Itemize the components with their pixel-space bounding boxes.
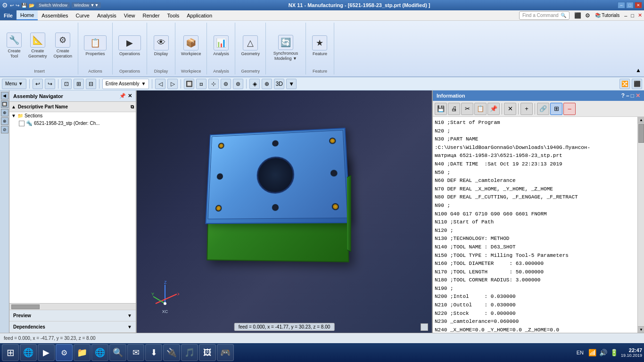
dependencies-section[interactable]: Dependencies ▼ (9, 321, 136, 333)
part-checkbox[interactable] (19, 121, 25, 126)
info-close-btn[interactable]: ✕ (636, 92, 640, 99)
tb-play[interactable]: ▶ (38, 344, 55, 361)
info-copy-btn[interactable]: 📋 (474, 103, 487, 115)
sync-btn[interactable]: 🔄 SynchronousModeling ▼ (269, 33, 303, 63)
menu-tools[interactable]: Tools (164, 10, 183, 20)
tb-search[interactable]: 🔍 (109, 344, 126, 361)
window-dropdown[interactable]: Window ▼▼ (72, 2, 101, 8)
tb-mode1[interactable]: ◈ (249, 79, 260, 89)
tb-mail[interactable]: ✉ (127, 344, 144, 361)
volume-icon[interactable]: 🔊 (599, 349, 607, 356)
search-input[interactable]: Find a Command (522, 13, 559, 18)
hscroll-thumb[interactable] (11, 304, 40, 309)
info-minus-btn[interactable]: – (563, 103, 576, 115)
menu-curve[interactable]: Curve (72, 10, 93, 20)
switch-window-btn[interactable]: Switch Window (36, 2, 70, 8)
tb-torrent[interactable]: ⬇ (145, 344, 162, 361)
hscroll-area[interactable] (9, 303, 136, 310)
restore-btn[interactable]: □ (626, 2, 634, 8)
title-bar-right[interactable]: – □ ✕ (618, 2, 642, 8)
nav-close-btn[interactable]: ✕ (128, 93, 132, 99)
tb-btn3[interactable]: ⊟ (86, 79, 96, 89)
toolbar-help-btn[interactable]: ⬛ (572, 12, 583, 19)
ribbon-collapse-btn[interactable]: ▲ (634, 66, 643, 74)
battery-icon[interactable]: 🔋 (610, 349, 618, 356)
info-add-btn[interactable]: + (520, 103, 533, 115)
tb-view2[interactable]: ⧈ (196, 79, 206, 89)
properties-btn[interactable]: 📋 Properties (81, 33, 109, 58)
tb-view5[interactable]: ⊛ (233, 79, 243, 89)
tutorials-btn[interactable]: 📚 Tutorials (592, 13, 623, 18)
left-icon-5[interactable]: ⊘ (1, 126, 8, 133)
tree-part-file[interactable]: 🔩 6521-1958-23_stp (Order: Ch... (9, 119, 136, 127)
display-btn[interactable]: 👁 Display (151, 33, 172, 58)
start-btn[interactable]: ⊞ (2, 344, 19, 361)
tb-redo[interactable]: ↪ (45, 79, 55, 89)
clock[interactable]: 22:47 19.10.2019 (621, 347, 642, 358)
tb-3d[interactable]: 3D (274, 79, 284, 89)
info-minimize-btn[interactable]: – (626, 92, 629, 99)
close-btn[interactable]: ✕ (635, 2, 642, 8)
menu-assemblies[interactable]: Assemblies (38, 10, 72, 20)
left-icon-2[interactable]: 🔲 (1, 100, 8, 108)
tb-ie[interactable]: 🌐 (20, 344, 37, 361)
menu-toggle-btn[interactable]: Menu ▼ (2, 79, 26, 89)
left-icon-3[interactable]: ⊕ (1, 109, 8, 116)
assembly-filter[interactable]: Entire Assembly ▼ (102, 79, 149, 89)
tb-nav2[interactable]: ▷ (167, 79, 178, 89)
info-save-btn[interactable]: 💾 (435, 103, 447, 115)
tb-photo[interactable]: 🖼 (199, 344, 216, 361)
tb-right1[interactable]: 🔀 (619, 79, 630, 89)
tb-nx[interactable]: ⚙ (56, 344, 73, 361)
col-sort[interactable]: ⧉ (131, 104, 134, 110)
create-operation-btn[interactable]: ⚙ CreateOperation (51, 31, 75, 61)
keyboard-indicator[interactable]: EN (575, 349, 586, 356)
tb-btn2[interactable]: ⊞ (74, 79, 84, 89)
menu-view[interactable]: View (120, 10, 139, 20)
quick-access-save[interactable]: 💾 (21, 3, 27, 8)
viewport-expand-btn[interactable] (421, 323, 428, 331)
tb-nav1[interactable]: ◁ (155, 79, 165, 89)
info-link-btn[interactable]: 🔗 (537, 103, 549, 115)
menu-home[interactable]: Home (17, 10, 38, 20)
left-icon-4[interactable]: ⊗ (1, 117, 8, 125)
info-cut-btn[interactable]: ✂ (461, 103, 473, 115)
operations-btn[interactable]: ▶ Operations (116, 33, 144, 58)
sections-expand[interactable]: ▼ (11, 113, 16, 118)
tb-more[interactable]: ▼ (286, 79, 297, 89)
info-restore-btn[interactable]: □ (631, 92, 634, 99)
tb-chrome[interactable]: 🌐 (91, 344, 108, 361)
tb-view4[interactable]: ⊚ (221, 79, 231, 89)
tb-files[interactable]: 📁 (74, 344, 91, 361)
network-icon[interactable]: 📶 (588, 349, 596, 356)
tb-view1[interactable]: 🔲 (184, 79, 194, 89)
preview-section[interactable]: Preview ▼ (9, 310, 136, 321)
menu-file[interactable]: File (0, 10, 17, 20)
scroll-down-btn[interactable]: ▼ (638, 326, 644, 333)
tb-game[interactable]: 🎮 (217, 344, 234, 361)
tb-btn1[interactable]: ⊡ (61, 79, 72, 89)
tb-mode2[interactable]: ⊕ (262, 79, 272, 89)
left-icon-1[interactable]: ◀ (1, 92, 8, 99)
tb-plugin[interactable]: 🔌 (163, 344, 180, 361)
minimize-btn[interactable]: – (618, 2, 625, 8)
scroll-up-btn[interactable]: ▲ (638, 117, 644, 123)
tb-view3[interactable]: ⊹ (208, 79, 219, 89)
menu-render[interactable]: Render (139, 10, 164, 20)
info-print-btn[interactable]: 🖨 (448, 103, 460, 115)
info-paste-btn[interactable]: 📌 (487, 103, 500, 115)
info-grid-btn[interactable]: ⊞ (550, 103, 562, 115)
quick-access-undo[interactable]: ↩ (10, 3, 14, 8)
feature-btn[interactable]: ★ Feature (309, 33, 330, 58)
tb-music[interactable]: 🎵 (181, 344, 198, 361)
quick-access-open[interactable]: 📂 (29, 3, 34, 8)
analysis-btn[interactable]: 📊 Analysis (210, 33, 232, 58)
menu-application[interactable]: Application (183, 10, 216, 20)
viewport[interactable]: Z X Y XC feed = 0.000, x = -41.77, y = 3… (137, 90, 432, 333)
tree-sections[interactable]: ▼ 📁 Sections (9, 112, 136, 119)
info-scrollbar[interactable]: ▲ ▼ (637, 117, 644, 333)
close-tab-btn[interactable]: – (622, 13, 629, 18)
tb-undo[interactable]: ↩ (33, 79, 43, 89)
info-help-btn[interactable]: ? (621, 92, 625, 99)
geometry-btn[interactable]: △ Geometry (238, 33, 263, 58)
